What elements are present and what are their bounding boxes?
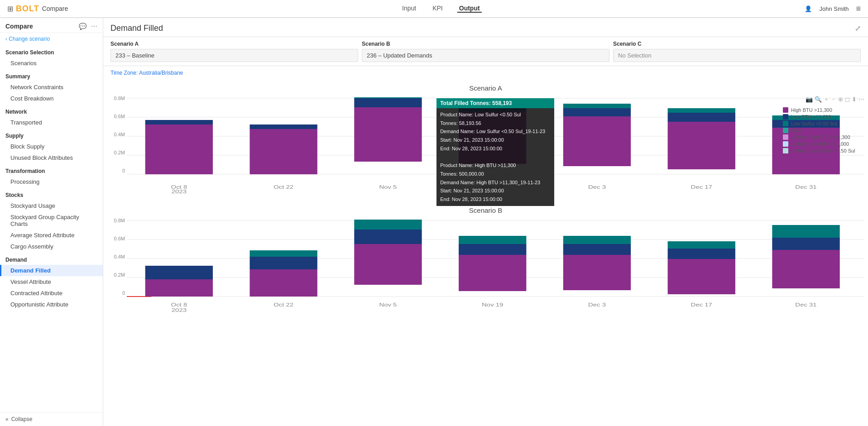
chart-a-y-axis: 0.8M 0.6M 0.4M 0.2M 0 (107, 94, 127, 184)
collapse-button[interactable]: « Collapse (0, 412, 103, 426)
svg-rect-39 (145, 266, 213, 279)
svg-text:Dec 17: Dec 17 (691, 184, 712, 190)
minus-icon[interactable]: － (831, 96, 836, 103)
nav-output[interactable]: Output (457, 5, 482, 13)
y-label: 0 (122, 168, 125, 173)
sidebar: Compare 💬 ⋯ ‹ Change scenario Scenario S… (0, 18, 103, 426)
y-label: 0.6M (114, 114, 125, 119)
y-label: 0.4M (114, 254, 125, 259)
scenario-a-value: 233 – Baseline (110, 49, 358, 62)
zoom-in-icon[interactable]: 🔍 (815, 96, 822, 103)
sidebar-item-cargo-assembly[interactable]: Cargo Assembly (0, 241, 103, 252)
camera-icon[interactable]: 📷 (806, 96, 813, 103)
svg-rect-57 (772, 225, 839, 238)
chart-toolbar: 📷 🔍 ＋ － ⊕ ◻ ⬇ ⋯ (806, 96, 864, 103)
svg-text:Dec 31: Dec 31 (795, 184, 816, 190)
sidebar-item-contracted-attribute[interactable]: Contracted Attribute (0, 287, 103, 299)
sidebar-item-vessel-attribute[interactable]: Vessel Attribute (0, 276, 103, 287)
more-toolbar-icon[interactable]: ⋯ (858, 96, 864, 103)
timezone-bar: Time Zone: Australia/Brisbane (103, 66, 868, 80)
svg-rect-13 (459, 103, 526, 112)
legend-item-total: Total (783, 128, 864, 133)
chart-a-svg: Oct 8 2023 Oct 22 Nov 5 Nov 19 Dec 3 Dec… (127, 94, 864, 193)
sidebar-item-opportunistic-attribute[interactable]: Opportunistic Attribute (0, 299, 103, 310)
nav-kpi[interactable]: KPI (431, 5, 445, 13)
chart-b-y-axis: 0.8M 0.6M 0.4M 0.2M 0 (107, 216, 127, 306)
panel-title: Demand Filled (110, 24, 163, 33)
legend-item-unfilled-high: Unfilled High BTU >11,300 (783, 134, 864, 140)
change-scenario-link[interactable]: ‹ Change scenario (0, 33, 103, 45)
logo-area: ⊞ BOLT Compare (7, 4, 68, 14)
legend-label-high-btu: High BTU >11,300 (791, 107, 832, 113)
scenario-row: Scenario A 233 – Baseline Scenario B 236… (103, 37, 868, 66)
sidebar-item-block-supply[interactable]: Block Supply (0, 141, 103, 152)
download-icon[interactable]: ⬇ (852, 96, 857, 103)
svg-rect-8 (250, 124, 317, 129)
more-icon[interactable]: ⋯ (91, 23, 97, 30)
svg-text:2023: 2023 (172, 189, 187, 193)
hamburger-icon[interactable]: ≡ (856, 4, 861, 14)
svg-text:2023: 2023 (172, 307, 187, 313)
svg-rect-45 (354, 220, 422, 230)
cursor-icon[interactable]: ⊕ (838, 96, 843, 103)
sidebar-item-unused-block[interactable]: Unused Block Attributes (0, 152, 103, 163)
sidebar-item-network-constraints[interactable]: Network Constraints (0, 81, 103, 93)
y-label: 0.4M (114, 132, 125, 137)
svg-rect-49 (563, 255, 631, 290)
svg-rect-56 (772, 238, 839, 250)
sidebar-item-stockyard-group[interactable]: Stockyard Group Capacity Charts (0, 211, 103, 230)
sidebar-item-avg-stored[interactable]: Average Stored Attribute (0, 230, 103, 241)
svg-rect-48 (459, 236, 526, 244)
y-label: 0.6M (114, 236, 125, 241)
sidebar-item-scenarios[interactable]: Scenarios (0, 57, 103, 69)
sidebar-icons: 💬 ⋯ (79, 23, 97, 30)
grid-icon[interactable]: ⊞ (7, 5, 13, 13)
sidebar-header: Compare 💬 ⋯ (0, 18, 103, 33)
expand-icon[interactable]: ⤢ (855, 24, 861, 33)
chart-b-section: Scenario B 0.8M 0.6M 0.4M 0.2M 0 (103, 202, 868, 329)
legend-item-high-btu: High BTU >11,300 (783, 107, 864, 113)
y-label: 0 (122, 290, 125, 296)
sidebar-title: Compare (5, 23, 33, 30)
section-title-network: Network (0, 104, 103, 117)
legend-label-low-sulfur: Low Sulfur <0.50 Sul (791, 121, 837, 126)
sidebar-item-demand-filled[interactable]: Demand Filled (0, 265, 103, 276)
plus-icon[interactable]: ＋ (824, 96, 829, 103)
legend-color-low-sulfur (783, 121, 788, 126)
collapse-arrows-icon: « (5, 416, 9, 422)
svg-rect-17 (563, 104, 631, 108)
svg-text:Oct 8: Oct 8 (171, 302, 187, 308)
legend-item-low-btu: Low BTU <11,000 (783, 114, 864, 120)
sidebar-item-cost-breakdown[interactable]: Cost Breakdown (0, 93, 103, 104)
scenario-c-col: Scenario C No Selection (613, 41, 861, 62)
scenario-b-label: Scenario B (362, 41, 609, 47)
svg-rect-7 (250, 129, 317, 174)
nav-input[interactable]: Input (400, 5, 418, 13)
svg-text:Nov 19: Nov 19 (482, 302, 503, 308)
legend-label-unfilled-low-btu: Unfilled Low BTU <11,000 (791, 141, 849, 147)
scenario-c-label: Scenario C (613, 41, 861, 47)
select-icon[interactable]: ◻ (845, 96, 850, 103)
svg-rect-46 (459, 255, 526, 291)
svg-rect-40 (250, 269, 317, 297)
svg-text:Oct 22: Oct 22 (273, 184, 293, 190)
svg-text:Dec 17: Dec 17 (691, 302, 712, 308)
sidebar-item-stockyard-usage[interactable]: Stockyard Usage (0, 200, 103, 211)
svg-text:Dec 3: Dec 3 (588, 302, 606, 308)
sidebar-item-transported[interactable]: Transported (0, 117, 103, 128)
sidebar-item-processing[interactable]: Processing (0, 176, 103, 187)
svg-rect-12 (459, 112, 526, 164)
svg-rect-47 (459, 244, 526, 255)
comment-icon[interactable]: 💬 (79, 23, 86, 30)
legend-color-unfilled-high (783, 134, 788, 140)
svg-rect-16 (563, 108, 631, 116)
svg-rect-20 (668, 108, 735, 113)
legend-item-unfilled-low-sulfur: Unfilled Low Sulfur <0.50 Sul (783, 148, 864, 153)
section-title-summary: Summary (0, 69, 103, 81)
svg-rect-42 (250, 250, 317, 257)
svg-rect-9 (354, 107, 422, 162)
legend-item-unfilled-low-btu: Unfilled Low BTU <11,000 (783, 141, 864, 147)
chart-b-svg: Oct 8 2023 Oct 22 Nov 5 Nov 19 Dec 3 Dec… (127, 216, 864, 320)
legend-label-low-btu: Low BTU <11,000 (791, 114, 831, 120)
legend-label-unfilled-high: Unfilled High BTU >11,300 (791, 134, 850, 140)
